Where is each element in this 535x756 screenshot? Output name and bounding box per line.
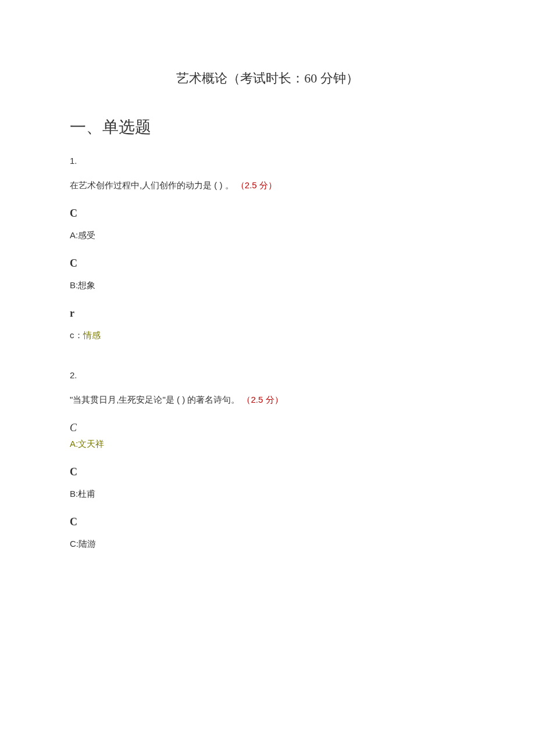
stem-text: "当其贯日月,生死安足论"是 ( ) 的著名诗句。 xyxy=(70,395,240,404)
question-stem: "当其贯日月,生死安足论"是 ( ) 的著名诗句。 （2.5 分） xyxy=(70,395,465,406)
option-a: A:文天祥 xyxy=(70,439,465,450)
option-a: A:感受 xyxy=(70,230,465,241)
option-b: B:想象 xyxy=(70,280,465,291)
option-c: c：情感 xyxy=(70,330,465,341)
stem-text: 在艺术创作过程中,人们创作的动力是 ( ) 。 xyxy=(70,180,234,190)
points-label: （2.5 分） xyxy=(236,180,277,190)
document-page: 艺术概论（考试时长：60 分钟） 一、单选题 1. 在艺术创作过程中,人们创作的… xyxy=(0,0,535,601)
option-marker: r xyxy=(70,307,465,320)
option-marker: C xyxy=(70,207,465,220)
option-c-answer: 情感 xyxy=(83,330,101,340)
option-c-label: c： xyxy=(70,330,83,340)
question-number: 2. xyxy=(70,370,465,380)
points-label: （2.5 分） xyxy=(242,395,283,404)
question-number: 1. xyxy=(70,156,465,166)
option-marker: C xyxy=(70,516,465,528)
question-stem: 在艺术创作过程中,人们创作的动力是 ( ) 。 （2.5 分） xyxy=(70,180,465,191)
section-heading: 一、单选题 xyxy=(70,116,465,138)
option-marker: C xyxy=(70,422,465,434)
option-marker: C xyxy=(70,257,465,270)
option-marker: C xyxy=(70,466,465,478)
option-c: C:陆游 xyxy=(70,539,465,550)
option-b: B:杜甫 xyxy=(70,489,465,500)
page-title: 艺术概论（考试时长：60 分钟） xyxy=(70,70,465,87)
